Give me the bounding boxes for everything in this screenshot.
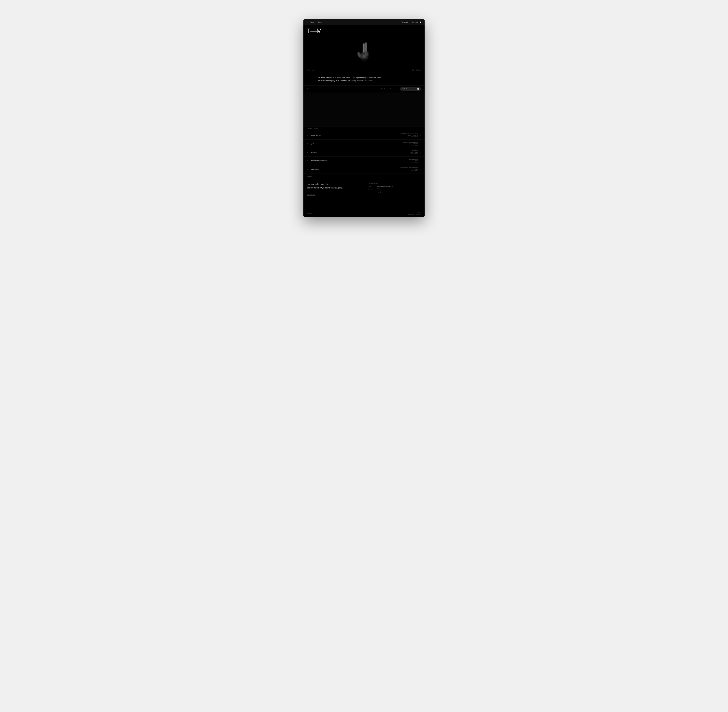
hero-footer-link[interactable]: Naam (417, 69, 421, 71)
hand-illustration (355, 38, 373, 64)
nav-link-about[interactable]: About (318, 21, 322, 23)
slider-label: Scroll (307, 88, 311, 90)
about-text: Hi There, Tim (Mr. Mau Mau) here. I'm a … (318, 76, 386, 82)
contact-email-label: E-Mail (368, 186, 375, 187)
contact-link-twitter[interactable]: Twitter (377, 188, 383, 190)
footer-copyright-sub: Copyright is overrated (408, 214, 421, 215)
project-number: 2 (307, 143, 311, 144)
slider-section-label: Selected Projects (307, 128, 318, 129)
hero-section: T—M (303, 25, 425, 73)
svg-rect-5 (367, 52, 368, 56)
footer-right: ©2023 Copyright is overrated (408, 212, 421, 215)
contact-details-title: General Details (368, 183, 421, 184)
footer-made-with: Made with (307, 213, 313, 214)
contact-section: Get in touch. Let's chat. You never know… (303, 179, 425, 200)
contact-connect-row: Connect Twitter Instagram LinkedIn (368, 188, 421, 194)
project-name: B&Architects (311, 168, 400, 170)
nav-link-playgmd[interactable]: Playgmd (401, 21, 408, 23)
projects-section: 1 Naam Agency Digital Design / Co-Founde… (303, 131, 425, 179)
hero-read-more[interactable]: Read more (307, 69, 314, 71)
nav-right-links: Playgmd Contact (401, 21, 418, 23)
nav-status-dot (420, 22, 421, 23)
contact-email-value[interactable]: hello@maumaubymaum.nl (377, 186, 393, 187)
dark-spacer (303, 200, 425, 210)
hero-contact-ref: Con. at Naam (412, 69, 421, 71)
slider-counter: 1 — 3 (381, 88, 385, 90)
project-row[interactable]: 3 Midlight Branding 2016 - 2018 View Pro… (303, 148, 425, 157)
project-arrow-icon: → (419, 151, 421, 153)
project-meta: Digital Design 2017 View Project (409, 159, 417, 163)
nav-links: Work About (310, 21, 401, 23)
contact-heading-line2: You never know, I might crack a joke. (307, 187, 343, 189)
contact-right: General Details E-Mail hello@maumaubymau… (368, 183, 421, 196)
project-arrow-icon: → (419, 160, 421, 162)
contact-heading-line1: Get in touch. Let's chat. (307, 183, 330, 185)
nav-link-contact[interactable]: Contact (412, 21, 418, 23)
project-arrow-icon: → (419, 135, 421, 136)
project-view-link[interactable]: View Project (410, 153, 417, 154)
navbar: ↔ Work About Playgmd Contact (303, 19, 425, 25)
slider-counter-label: Next background (387, 88, 398, 90)
hero-title: T—M (307, 28, 421, 34)
project-row[interactable]: 5 B&Architects Visual Identity / Digital… (303, 165, 425, 174)
slider-toggle-sublabel: You're connected! (406, 88, 416, 90)
project-number: 3 (307, 151, 311, 153)
footer: Made with ♥ ©2023 Copyright is overrated (303, 210, 425, 217)
project-name: Naam Agency (311, 135, 401, 136)
about-section: Hi There, Tim (Mr. Mau Mau) here. I'm a … (303, 73, 425, 86)
slider-section: Scroll 1 — 3 Next background NNG You're … (303, 86, 425, 131)
contact-heading: Get in touch. Let's chat. You never know… (307, 183, 360, 190)
nav-link-work[interactable]: Work (310, 21, 313, 23)
project-row[interactable]: 1 Naam Agency Digital Design / Co-Founde… (303, 131, 425, 139)
project-name: Midlight (311, 151, 410, 153)
project-view-link[interactable]: View Project (400, 170, 417, 171)
project-view-link[interactable]: View Project (403, 144, 417, 146)
contact-link-linkedin[interactable]: LinkedIn (377, 192, 383, 194)
project-meta: Branding 2016 - 2018 View Project (410, 150, 417, 154)
project-view-link[interactable]: View Project (401, 136, 417, 137)
project-name: Weima Maschinenbau (311, 160, 409, 162)
hero-footer: Read more Con. at Naam (307, 68, 421, 73)
project-meta: Digital Design / Co-Founder 2020 - Ongoi… (401, 133, 417, 137)
svg-rect-2 (363, 43, 365, 53)
slider-top-bar: Scroll 1 — 3 Next background NNG You're … (303, 86, 425, 92)
svg-rect-4 (365, 50, 367, 56)
project-number: 1 (307, 135, 311, 136)
project-row[interactable]: 2 QPS Branding / Digital Design 2018 & M… (303, 139, 425, 148)
slider-toggle-dot (417, 88, 419, 90)
hero-image-area (307, 36, 421, 67)
svg-rect-3 (365, 42, 367, 52)
nav-symbol: ↔ (307, 22, 308, 23)
project-arrow-icon: → (419, 143, 421, 145)
slider-content[interactable] (303, 92, 425, 126)
project-number: 5 (307, 168, 311, 170)
footer-left: Made with ♥ (307, 213, 314, 214)
slider-toggle-label: NNG (402, 88, 405, 90)
contact-connect-label: Connect (368, 188, 375, 194)
view-all-button[interactable]: View all (303, 174, 425, 179)
svg-point-6 (359, 58, 369, 62)
project-view-link[interactable]: View Project (409, 161, 417, 163)
contact-link-instagram[interactable]: Instagram (377, 190, 383, 191)
project-number: 4 (307, 160, 311, 161)
contact-left: Get in touch. Let's chat. You never know… (307, 183, 360, 196)
project-row[interactable]: 4 Weima Maschinenbau Digital Design 2017… (303, 157, 425, 165)
contact-email-row: E-Mail hello@maumaubymaum.nl (368, 186, 421, 187)
slider-bottom: Selected Projects (303, 126, 425, 131)
hand-svg (357, 39, 371, 63)
project-meta: Visual Identity / Digital Design 2016 Vi… (400, 167, 417, 171)
slider-toggle[interactable]: NNG You're connected! (400, 87, 421, 90)
contact-social-links: Twitter Instagram LinkedIn (377, 188, 383, 194)
contact-cta[interactable]: Say hi there!! (307, 194, 315, 196)
browser-window: ↔ Work About Playgmd Contact T—M (303, 19, 425, 217)
project-meta: Branding / Digital Design 2018 & Monthly… (403, 141, 417, 146)
project-name: QPS (311, 143, 403, 145)
hero-footer-prefix: Con. at (412, 69, 417, 71)
project-list: 1 Naam Agency Digital Design / Co-Founde… (303, 131, 425, 174)
project-arrow-icon: → (419, 168, 421, 170)
footer-heart: ♥ (313, 213, 314, 214)
